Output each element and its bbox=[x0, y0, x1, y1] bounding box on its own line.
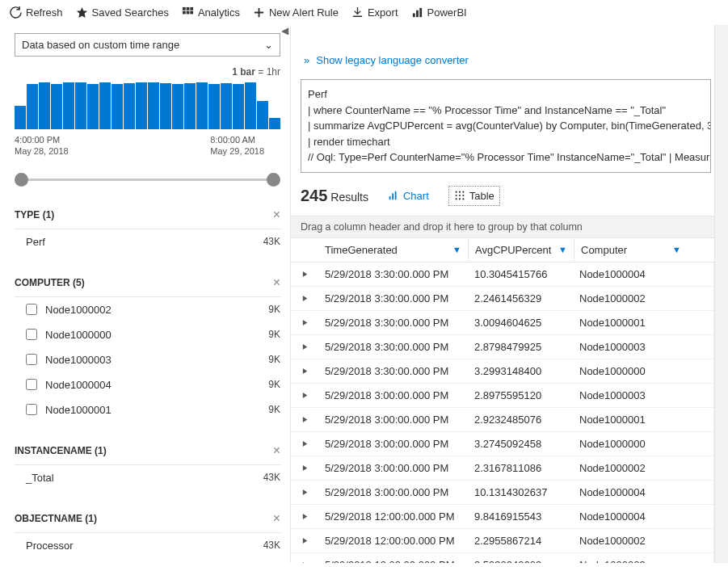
refresh-button[interactable]: Refresh bbox=[10, 6, 63, 19]
chevron-down-icon: ⌄ bbox=[264, 39, 273, 51]
expand-row-button[interactable] bbox=[291, 529, 318, 552]
close-icon[interactable]: × bbox=[273, 275, 280, 290]
facet-checkbox[interactable] bbox=[26, 304, 37, 315]
histogram-bar[interactable] bbox=[39, 82, 50, 129]
expand-row-button[interactable] bbox=[291, 335, 318, 359]
histogram-bar[interactable] bbox=[15, 106, 26, 129]
close-icon[interactable]: × bbox=[273, 443, 280, 458]
histogram-bar[interactable] bbox=[160, 83, 171, 129]
slider-thumb-start[interactable] bbox=[15, 173, 28, 187]
facet-item[interactable]: Node10000009K bbox=[15, 322, 280, 347]
table-row[interactable]: 5/29/2018 3:30:00.000 PM2.2461456329Node… bbox=[291, 287, 713, 311]
tab-table[interactable]: Table bbox=[448, 186, 500, 206]
collapse-sidebar-button[interactable]: ◀ bbox=[281, 25, 288, 36]
table-row[interactable]: 5/29/2018 3:30:00.000 PM3.0094604625Node… bbox=[291, 311, 713, 335]
double-chevron-icon: » bbox=[304, 54, 309, 66]
table-row[interactable]: 5/29/2018 3:00:00.000 PM2.8975595120Node… bbox=[291, 384, 713, 408]
plus-icon bbox=[253, 6, 265, 19]
histogram-bar[interactable] bbox=[75, 82, 86, 129]
facet-item[interactable]: Processor43K bbox=[15, 533, 280, 558]
histogram-bar[interactable] bbox=[269, 118, 280, 129]
legacy-converter-link[interactable]: » Show legacy language converter bbox=[304, 54, 714, 66]
svg-rect-4 bbox=[187, 11, 190, 15]
expand-row-button[interactable] bbox=[291, 408, 318, 431]
histogram-bar[interactable] bbox=[172, 84, 183, 129]
expand-row-button[interactable] bbox=[291, 553, 318, 564]
facet-checkbox[interactable] bbox=[26, 329, 37, 340]
svg-point-19 bbox=[459, 198, 461, 200]
facet-item[interactable]: Perf43K bbox=[15, 229, 280, 254]
timerange-dropdown[interactable]: Data based on custom time range ⌄ bbox=[15, 33, 280, 57]
facet-checkbox[interactable] bbox=[26, 354, 37, 365]
slider-thumb-end[interactable] bbox=[267, 173, 280, 187]
tab-chart[interactable]: Chart bbox=[383, 187, 434, 205]
export-button[interactable]: Export bbox=[351, 6, 398, 19]
histogram-bar[interactable] bbox=[148, 82, 159, 129]
filter-icon[interactable]: ▼ bbox=[558, 245, 567, 254]
table-row[interactable]: 5/29/2018 3:30:00.000 PM2.8798479925Node… bbox=[291, 335, 713, 359]
group-by-hint[interactable]: Drag a column header and drop it here to… bbox=[291, 216, 714, 238]
expand-row-button[interactable] bbox=[291, 505, 318, 528]
filter-icon[interactable]: ▼ bbox=[452, 245, 461, 254]
table-row[interactable]: 5/29/2018 12:00:00.000 PM3.5230242603Nod… bbox=[291, 553, 713, 564]
facet-header: INSTANCENAME (1)× bbox=[15, 443, 280, 465]
histogram-bar[interactable] bbox=[112, 84, 123, 129]
scrollbar[interactable] bbox=[714, 25, 728, 563]
close-icon[interactable]: × bbox=[273, 511, 280, 526]
histogram-bar[interactable] bbox=[196, 82, 208, 129]
histogram-bar[interactable] bbox=[257, 101, 268, 129]
histogram-bar[interactable] bbox=[99, 82, 111, 129]
facet-header: COMPUTER (5)× bbox=[15, 275, 280, 297]
expand-row-button[interactable] bbox=[291, 456, 318, 480]
svg-point-13 bbox=[459, 191, 461, 193]
facet-item[interactable]: _Total43K bbox=[15, 465, 280, 490]
table-row[interactable]: 5/29/2018 3:00:00.000 PM2.3167811086Node… bbox=[291, 456, 713, 481]
column-computer[interactable]: Computer ▼ bbox=[574, 238, 688, 262]
histogram-bar[interactable] bbox=[51, 84, 62, 129]
expand-row-button[interactable] bbox=[291, 311, 318, 334]
facet-item[interactable]: Node10000039K bbox=[15, 347, 280, 372]
facet-checkbox[interactable] bbox=[26, 404, 37, 415]
column-avgcpupercent[interactable]: AvgCPUPercent ▼ bbox=[469, 238, 574, 262]
time-histogram[interactable] bbox=[15, 81, 280, 129]
expand-row-button[interactable] bbox=[291, 262, 318, 286]
facet-item[interactable]: Node10000049K bbox=[15, 372, 280, 397]
facet-checkbox[interactable] bbox=[26, 379, 37, 390]
query-editor[interactable]: Perf | where CounterName == "% Processor… bbox=[301, 79, 711, 173]
analytics-button[interactable]: Analytics bbox=[182, 6, 240, 19]
powerbi-button[interactable]: PowerBI bbox=[411, 6, 467, 19]
histogram-bar[interactable] bbox=[233, 84, 244, 129]
table-row[interactable]: 5/29/2018 3:00:00.000 PM2.9232485076Node… bbox=[291, 408, 713, 432]
expand-row-button[interactable] bbox=[291, 481, 318, 504]
facet-item[interactable]: Node10000019K bbox=[15, 397, 280, 422]
table-icon bbox=[454, 190, 465, 201]
histogram-bar[interactable] bbox=[245, 82, 256, 129]
table-row[interactable]: 5/29/2018 3:30:00.000 PM3.2993148400Node… bbox=[291, 359, 713, 384]
table-row[interactable]: 5/29/2018 12:00:00.000 PM9.8416915543Nod… bbox=[291, 505, 713, 529]
histogram-bar[interactable] bbox=[63, 82, 74, 129]
table-row[interactable]: 5/29/2018 3:00:00.000 PM3.2745092458Node… bbox=[291, 432, 713, 456]
histogram-bar[interactable] bbox=[27, 84, 38, 129]
saved-searches-button[interactable]: Saved Searches bbox=[76, 6, 169, 19]
histogram-bar[interactable] bbox=[184, 83, 196, 129]
histogram-bar[interactable] bbox=[136, 82, 147, 129]
close-icon[interactable]: × bbox=[273, 208, 280, 222]
expand-row-button[interactable] bbox=[291, 432, 318, 456]
histogram-bar[interactable] bbox=[221, 83, 232, 129]
expand-row-button[interactable] bbox=[291, 287, 318, 310]
facet-item[interactable]: Node10000029K bbox=[15, 297, 280, 322]
expand-row-button[interactable] bbox=[291, 359, 318, 383]
table-row[interactable]: 5/29/2018 12:00:00.000 PM2.2955867214Nod… bbox=[291, 529, 713, 553]
new-alert-button[interactable]: New Alert Rule bbox=[253, 6, 339, 19]
column-timegenerated[interactable]: TimeGenerated ▼ bbox=[318, 238, 468, 262]
histogram-bar[interactable] bbox=[87, 84, 99, 129]
histogram-bar[interactable] bbox=[208, 84, 220, 129]
expand-row-button[interactable] bbox=[291, 384, 318, 407]
filter-icon[interactable]: ▼ bbox=[672, 245, 681, 254]
histogram-bar[interactable] bbox=[124, 83, 135, 129]
table-row[interactable]: 5/29/2018 3:30:00.000 PM10.3045415766Nod… bbox=[291, 262, 713, 287]
svg-point-18 bbox=[455, 198, 457, 200]
table-row[interactable]: 5/29/2018 3:00:00.000 PM10.1314302637Nod… bbox=[291, 481, 713, 505]
time-slider[interactable] bbox=[15, 169, 280, 193]
svg-point-20 bbox=[462, 198, 464, 200]
